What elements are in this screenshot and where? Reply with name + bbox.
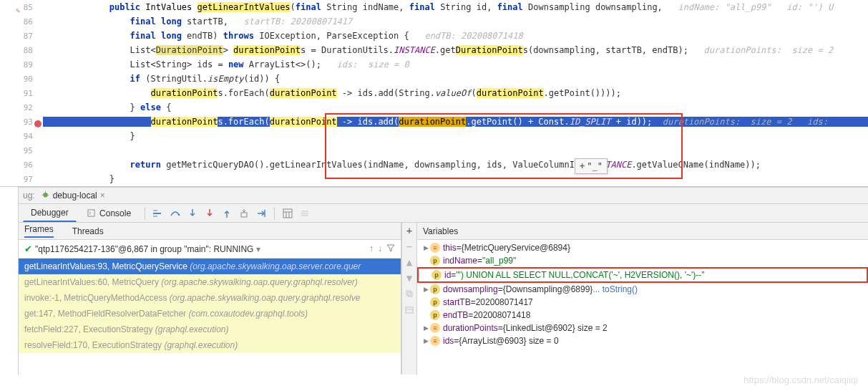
code-content[interactable] bbox=[43, 145, 868, 155]
code-line[interactable]: ✎86 final long startTB, startTB: 2020080… bbox=[0, 14, 868, 29]
tab-console[interactable]: Console bbox=[79, 205, 139, 222]
chevron-down-icon[interactable]: ▾ bbox=[256, 244, 260, 254]
drop-frame-icon[interactable] bbox=[237, 206, 251, 221]
move-up-icon[interactable]: ▲ bbox=[402, 254, 416, 270]
code-line[interactable]: ✎88 List<DurationPoint> durationPoints =… bbox=[0, 43, 868, 57]
evaluate-hint-popup[interactable]: +"_" bbox=[575, 158, 608, 174]
variable-row[interactable]: ▶pdownsampling = {Downsampling@6899} ...… bbox=[417, 283, 868, 296]
code-line[interactable]: ✎89 List<String> ids = new ArrayList<>()… bbox=[0, 57, 868, 72]
code-line[interactable]: ✎85 public IntValues getLinearIntValues(… bbox=[0, 0, 868, 14]
gutter[interactable]: ✎85 bbox=[0, 3, 43, 12]
run-to-cursor-icon[interactable] bbox=[254, 206, 268, 221]
variables-tree[interactable]: ▶≡this = {MetricQueryService@6894}pindNa… bbox=[417, 240, 868, 375]
tab-debugger[interactable]: Debugger bbox=[23, 204, 77, 222]
code-line[interactable]: ✎91 durationPoints.forEach(durationPoint… bbox=[0, 86, 868, 100]
gutter[interactable]: ✎87 bbox=[0, 32, 43, 41]
code-content[interactable]: } bbox=[43, 131, 868, 141]
prev-frame-icon[interactable]: ↑ bbox=[369, 243, 374, 254]
step-into-icon[interactable] bbox=[185, 206, 200, 221]
code-content[interactable]: return getMetricQueryDAO().getLinearIntV… bbox=[43, 160, 868, 170]
close-icon[interactable]: × bbox=[100, 190, 105, 201]
filter-icon[interactable] bbox=[386, 243, 395, 254]
expand-arrow-icon[interactable]: ▶ bbox=[421, 286, 430, 293]
gutter[interactable]: ✎89 bbox=[0, 60, 43, 69]
trace-current-stream-chain-icon[interactable] bbox=[298, 206, 312, 221]
code-line[interactable]: ✎87 final long endTB) throws IOException… bbox=[0, 29, 868, 43]
variable-row[interactable]: ▶≡durationPoints = {LinkedList@6902} siz… bbox=[417, 322, 868, 334]
show-watches-icon[interactable] bbox=[402, 301, 416, 317]
var-kind-icon: ≡ bbox=[430, 323, 440, 333]
gutter[interactable]: ✎93 bbox=[0, 117, 43, 127]
evaluate-expression-icon[interactable] bbox=[281, 206, 295, 221]
gutter[interactable]: ✎88 bbox=[0, 46, 43, 55]
code-line[interactable]: ✎93 durationPoints.forEach(durationPoint… bbox=[0, 115, 868, 129]
variable-row[interactable]: pendTB = 202008071418 bbox=[417, 309, 868, 322]
code-line[interactable]: ✎90 if (StringUtil.isEmpty(id)) { bbox=[0, 72, 868, 86]
gutter[interactable]: ✎94 bbox=[0, 132, 43, 141]
gutter[interactable]: ✎91 bbox=[0, 89, 43, 98]
add-watch-icon[interactable]: + bbox=[402, 223, 416, 238]
variable-value: 202008071417 bbox=[476, 297, 533, 307]
variable-row[interactable]: pid = "') UNION ALL SELECT NULL,CONCAT('… bbox=[417, 267, 868, 283]
variable-name: ids bbox=[443, 336, 454, 346]
duplicate-watch-icon[interactable] bbox=[402, 286, 416, 301]
code-editor[interactable]: ✎85 public IntValues getLinearIntValues(… bbox=[0, 0, 868, 186]
frame-list[interactable]: getLinearIntValues:93, MetricQueryServic… bbox=[19, 259, 401, 375]
code-content[interactable]: durationPoints.forEach(durationPoint -> … bbox=[43, 88, 868, 98]
var-kind-icon: p bbox=[430, 310, 440, 320]
expand-arrow-icon[interactable]: ▶ bbox=[421, 324, 430, 332]
var-kind-icon: p bbox=[430, 256, 440, 266]
step-over-to-cursor-icon[interactable] bbox=[151, 206, 165, 221]
stack-frame[interactable]: resolveField:170, ExecutionStrategy (gra… bbox=[19, 337, 401, 353]
frames-pane: Frames Threads ✔ "qtp1176254217-136"@6,8… bbox=[19, 223, 401, 375]
expand-arrow-icon[interactable]: ▶ bbox=[421, 337, 430, 344]
stack-frame[interactable]: invoke:-1, MetricQueryMethodAccess (org.… bbox=[19, 290, 401, 306]
stack-frame[interactable]: get:147, MethodFieldResolverDataFetcher … bbox=[19, 306, 401, 322]
stack-frame[interactable]: getLinearIntValues:93, MetricQueryServic… bbox=[19, 259, 401, 274]
code-line[interactable]: ✎96 return getMetricQueryDAO().getLinear… bbox=[0, 158, 868, 172]
force-step-into-icon[interactable] bbox=[203, 206, 217, 221]
variable-value: 202008071418 bbox=[473, 310, 530, 320]
variable-row[interactable]: ▶≡ids = {ArrayList@6903} size = 0 bbox=[417, 334, 868, 347]
code-content[interactable]: public IntValues getLinearIntValues(fina… bbox=[43, 2, 868, 12]
stack-frame[interactable]: fetchField:227, ExecutionStrategy (graph… bbox=[19, 322, 401, 337]
tostring-link[interactable]: ... toString() bbox=[593, 284, 638, 294]
next-frame-icon[interactable]: ↓ bbox=[378, 243, 382, 254]
tab-frames[interactable]: Frames bbox=[24, 224, 54, 238]
gutter[interactable]: ✎96 bbox=[0, 160, 43, 170]
code-content[interactable]: } else { bbox=[43, 102, 868, 112]
thread-selector[interactable]: ✔ "qtp1176254217-136"@6,867 in group "ma… bbox=[19, 240, 401, 259]
svg-rect-7 bbox=[283, 209, 292, 218]
code-line[interactable]: ✎94 } bbox=[0, 129, 868, 143]
variable-row[interactable]: ▶≡this = {MetricQueryService@6894} bbox=[417, 241, 868, 254]
variable-name: this bbox=[443, 243, 457, 253]
gutter[interactable]: ✎90 bbox=[0, 74, 43, 84]
stack-frame[interactable]: getLinearIntValues:60, MetricQuery (org.… bbox=[19, 274, 401, 290]
remove-watch-icon[interactable]: − bbox=[402, 238, 416, 254]
tab-threads[interactable]: Threads bbox=[72, 226, 104, 236]
variable-value: "') UNION ALL SELECT NULL,CONCAT('~', H2… bbox=[456, 270, 704, 280]
debug-tool-label bbox=[0, 187, 19, 375]
code-content[interactable]: if (StringUtil.isEmpty(id)) { bbox=[43, 74, 868, 84]
code-line[interactable]: ✎97 } bbox=[0, 172, 868, 186]
code-content[interactable]: durationPoints.forEach(durationPoint -> … bbox=[43, 117, 868, 127]
code-content[interactable]: List<DurationPoint> durationPoints = Dur… bbox=[43, 45, 868, 55]
code-line[interactable]: ✎92 } else { bbox=[0, 100, 868, 115]
step-out-icon[interactable] bbox=[220, 206, 234, 221]
variable-row[interactable]: pstartTB = 202008071417 bbox=[417, 296, 868, 309]
move-down-icon[interactable]: ▼ bbox=[402, 270, 416, 286]
gutter[interactable]: ✎95 bbox=[0, 146, 43, 155]
code-content[interactable]: final long endTB) throws IOException, Pa… bbox=[43, 31, 868, 41]
breakpoint-icon[interactable] bbox=[34, 120, 42, 127]
code-content[interactable]: } bbox=[43, 174, 868, 184]
code-line[interactable]: ✎95 bbox=[0, 143, 868, 158]
gutter[interactable]: ✎86 bbox=[0, 17, 43, 26]
code-content[interactable]: final long startTB, startTB: 20200807141… bbox=[43, 16, 868, 26]
variable-row[interactable]: pindName = "all_p99" bbox=[417, 254, 868, 267]
expand-arrow-icon[interactable]: ▶ bbox=[421, 244, 430, 251]
code-content[interactable]: List<String> ids = new ArrayList<>(); id… bbox=[43, 59, 868, 69]
run-config-name[interactable]: debug-local bbox=[53, 190, 97, 201]
gutter[interactable]: ✎97 bbox=[0, 175, 43, 184]
gutter[interactable]: ✎92 bbox=[0, 103, 43, 112]
step-over-icon[interactable] bbox=[168, 206, 182, 221]
